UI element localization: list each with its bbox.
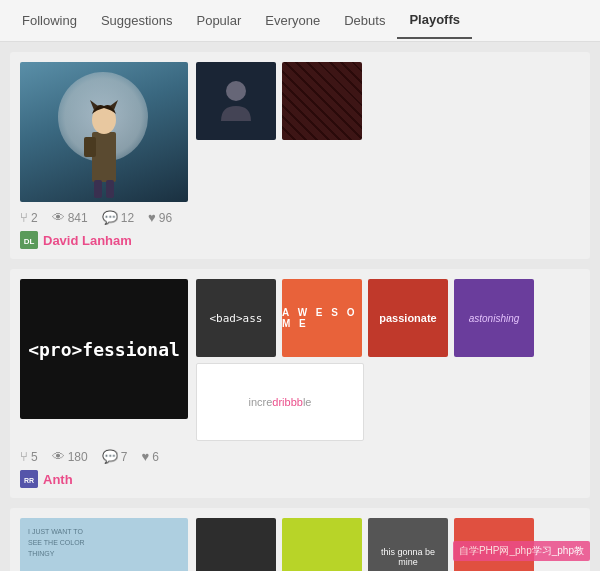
card-1-author-name: David Lanham: [43, 233, 132, 248]
heart-icon: ♥: [148, 210, 156, 225]
svg-text:DL: DL: [24, 237, 35, 246]
nav-everyone[interactable]: Everyone: [253, 3, 332, 38]
card-2-side-thumbs: <bad>ass A W E S O M E passionate astoni…: [196, 279, 580, 441]
card-1-author-avatar: DL: [20, 231, 38, 249]
card-2-comments: 💬 7: [102, 449, 128, 464]
svg-point-7: [226, 81, 246, 101]
card-1-hearts: ♥ 96: [148, 210, 172, 225]
this-gonna-label: this gonna be mine: [372, 547, 444, 567]
card-2-thumb-badass[interactable]: <bad>ass: [196, 279, 276, 357]
card-2-thumb-passionate[interactable]: passionate: [368, 279, 448, 357]
card-3-thumb-this-gonna[interactable]: this gonna be mine: [368, 518, 448, 571]
passionate-label: passionate: [379, 312, 436, 324]
fork-icon-2: ⑂: [20, 449, 28, 464]
nav-debuts[interactable]: Debuts: [332, 3, 397, 38]
card-1-author[interactable]: DL David Lanham: [20, 231, 580, 249]
card-2-main-thumb[interactable]: <pro>fessional: [20, 279, 188, 419]
card-3-main-thumb[interactable]: I JUST WANT TOSEE THE COLORTHINGY: [20, 518, 188, 571]
svg-text:RR: RR: [24, 477, 34, 484]
awesome-label: A W E S O M E: [282, 307, 362, 329]
card-2: <pro>fessional <bad>ass A W E S O M E pa…: [10, 269, 590, 498]
card-2-side-row-1: <bad>ass A W E S O M E passionate astoni…: [196, 279, 580, 357]
card-1-comments: 💬 12: [102, 210, 134, 225]
professional-text: <pro>fessional: [28, 339, 180, 360]
card-2-thumb-incredibble[interactable]: incredribbble: [196, 363, 364, 441]
comment-icon-2: 💬: [102, 449, 118, 464]
nav-popular[interactable]: Popular: [184, 3, 253, 38]
card-2-hearts: ♥ 6: [141, 449, 158, 464]
card-2-content: <pro>fessional <bad>ass A W E S O M E pa…: [20, 279, 580, 441]
card-2-author-avatar: RR: [20, 470, 38, 488]
main-content: ⑂ 2 👁 841 💬 12 ♥ 96 DL: [0, 42, 600, 571]
card-1-likes: ⑂ 2: [20, 210, 38, 225]
nav-following[interactable]: Following: [10, 3, 89, 38]
card-3-light-blue-text: I JUST WANT TOSEE THE COLORTHINGY: [28, 526, 85, 560]
card-1-main-thumb[interactable]: [20, 62, 188, 202]
eye-icon: 👁: [52, 210, 65, 225]
card-2-views: 👁 180: [52, 449, 88, 464]
navigation-bar: Following Suggestions Popular Everyone D…: [0, 0, 600, 42]
card-1-side-thumbs: [196, 62, 580, 140]
nav-playoffs[interactable]: Playoffs: [397, 2, 472, 39]
card-1-meta: ⑂ 2 👁 841 💬 12 ♥ 96: [20, 210, 580, 225]
card-1-thumb-texture[interactable]: [282, 62, 362, 140]
svg-rect-5: [94, 180, 102, 198]
card-2-author-name: Anth: [43, 472, 73, 487]
card-1: ⑂ 2 👁 841 💬 12 ♥ 96 DL: [10, 52, 590, 259]
svg-rect-4: [84, 137, 96, 157]
svg-rect-6: [106, 180, 114, 198]
card-3: I JUST WANT TOSEE THE COLORTHINGY this g…: [10, 508, 590, 571]
heart-icon-2: ♥: [141, 449, 149, 464]
card-2-thumb-awesome[interactable]: A W E S O M E: [282, 279, 362, 357]
card-2-side-row-2: incredribbble: [196, 363, 580, 441]
card-3-thumb-dark-gray[interactable]: [196, 518, 276, 571]
incredibble-text: incredribbble: [249, 396, 312, 408]
eye-icon-2: 👁: [52, 449, 65, 464]
card-2-author[interactable]: RR Anth: [20, 470, 580, 488]
card-1-thumb-dark-person[interactable]: [196, 62, 276, 140]
card-2-likes: ⑂ 5: [20, 449, 38, 464]
card-3-thumb-lime[interactable]: [282, 518, 362, 571]
card-1-views: 👁 841: [52, 210, 88, 225]
card-2-meta: ⑂ 5 👁 180 💬 7 ♥ 6: [20, 449, 580, 464]
astonishing-label: astonishing: [469, 313, 520, 324]
badass-label: <bad>ass: [210, 312, 263, 325]
comment-icon: 💬: [102, 210, 118, 225]
card-1-content: [20, 62, 580, 202]
fork-icon: ⑂: [20, 210, 28, 225]
card-1-side-row-1: [196, 62, 580, 140]
nav-suggestions[interactable]: Suggestions: [89, 3, 185, 38]
card-2-thumb-astonishing[interactable]: astonishing: [454, 279, 534, 357]
watermark: 自学PHP网_php学习_php教: [453, 541, 590, 561]
